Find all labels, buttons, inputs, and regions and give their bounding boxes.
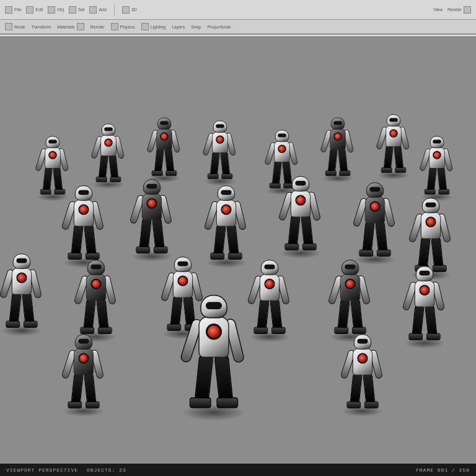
tool-lighting[interactable]: Lighting — [141, 23, 166, 30]
robot-unit[interactable] — [416, 133, 458, 198]
file-icon — [5, 6, 12, 14]
add-icon — [89, 6, 97, 14]
cube-icon — [122, 6, 130, 14]
robot-unit[interactable] — [348, 179, 402, 262]
status-left: VIEWPORT PERSPECTIVE — [6, 467, 78, 473]
status-bar: VIEWPORT PERSPECTIVE OBJECTS: 23 FRAME 0… — [0, 464, 476, 476]
robot-unit[interactable] — [200, 182, 253, 265]
tool-snap[interactable]: Snap — [191, 25, 201, 29]
menu-render[interactable]: Render — [447, 6, 471, 14]
tool-proportional[interactable]: Proportional — [208, 25, 231, 29]
robot-unit[interactable] — [143, 115, 185, 180]
robot-unit[interactable] — [0, 250, 48, 333]
menu-obj[interactable]: Obj — [48, 6, 64, 14]
menu-edit[interactable]: Edit — [26, 6, 43, 14]
menu-add[interactable]: Add — [89, 6, 106, 14]
robot-unit[interactable] — [57, 182, 110, 265]
robot-unit[interactable] — [324, 257, 377, 339]
robot-unit[interactable] — [336, 331, 389, 413]
mode-icon — [5, 23, 12, 30]
robot-unit[interactable] — [57, 331, 110, 413]
render-icon — [464, 6, 471, 14]
tool-layers[interactable]: Layers — [172, 25, 185, 29]
tool-physics[interactable]: Physics — [111, 23, 135, 30]
mat-icon — [77, 23, 84, 30]
robot-unit[interactable] — [125, 176, 178, 258]
robot-unit[interactable] — [274, 173, 327, 255]
robot-unit[interactable] — [87, 121, 130, 186]
robot-unit[interactable] — [398, 263, 451, 345]
robot-unit[interactable] — [69, 257, 123, 339]
status-mid: OBJECTS: 23 — [87, 467, 126, 473]
edit-icon — [26, 6, 33, 14]
robot-unit[interactable] — [199, 118, 241, 183]
top-toolbar: File Edit Obj Sel Add 3D View Render — [0, 0, 476, 20]
status-right: FRAME 001 / 250 — [416, 467, 470, 473]
menu-sel[interactable]: Sel — [69, 6, 84, 14]
robot-unit[interactable] — [174, 289, 255, 415]
tool-mode[interactable]: Mode — [5, 23, 25, 30]
toolbar-separator — [114, 4, 115, 15]
robot-unit[interactable] — [317, 115, 359, 180]
tool-transform[interactable]: Transform — [32, 25, 51, 29]
light-icon — [141, 23, 149, 30]
viewport-3d[interactable] — [0, 37, 476, 464]
obj-icon — [48, 6, 55, 14]
menu-3d[interactable]: 3D — [122, 6, 137, 14]
phys-icon — [111, 23, 118, 30]
robot-unit[interactable] — [372, 112, 415, 177]
secondary-toolbar: Mode Transform Materials Render Physics … — [0, 20, 476, 35]
tool-render[interactable]: Render — [90, 25, 105, 29]
sel-icon — [69, 6, 76, 14]
menu-file[interactable]: File — [5, 6, 21, 14]
menu-view[interactable]: View — [433, 7, 443, 12]
tool-materials[interactable]: Materials — [57, 23, 84, 30]
